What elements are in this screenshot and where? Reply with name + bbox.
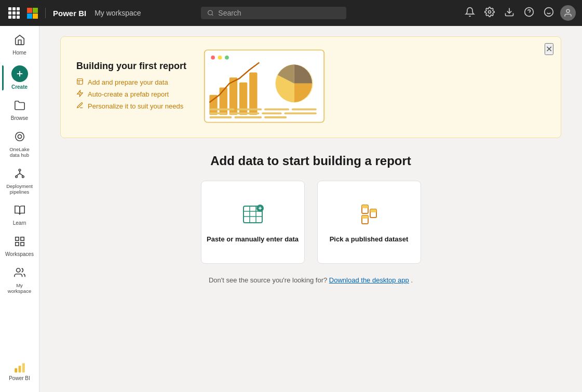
sidebar-label-home: Home [12, 50, 26, 56]
search-icon [207, 9, 214, 17]
help-icon[interactable] [521, 4, 537, 23]
search-box[interactable] [201, 7, 346, 19]
svg-rect-32 [77, 79, 83, 85]
nav-divider [45, 8, 46, 18]
svg-rect-45 [237, 109, 262, 111]
sidebar-label-workspaces: Workspaces [5, 251, 34, 258]
svg-rect-46 [264, 109, 289, 111]
banner-steps: Add and prepare your data Auto-create a … [76, 78, 186, 111]
download-app-link[interactable]: Download the desktop app [329, 276, 409, 284]
banner-visual [202, 47, 327, 127]
paste-data-icon [240, 202, 265, 229]
svg-rect-29 [15, 368, 17, 372]
step3-icon [76, 102, 84, 111]
sidebar-label-deployment: Deploymentpipelines [6, 183, 33, 195]
svg-rect-3 [33, 13, 38, 19]
svg-rect-26 [15, 242, 18, 245]
powerbi-icon [13, 360, 26, 375]
app-name: Power BI [53, 9, 86, 18]
topnav: Power BI My workspace [0, 0, 582, 26]
svg-rect-39 [220, 87, 227, 115]
svg-rect-1 [33, 8, 38, 13]
download-icon[interactable] [501, 4, 518, 23]
paste-data-label: Paste or manually enter data [207, 235, 299, 243]
step1-icon [76, 78, 84, 87]
topnav-left: Power BI My workspace [6, 5, 141, 21]
svg-point-19 [15, 175, 17, 178]
sidebar-item-home[interactable]: Home [2, 30, 37, 60]
sidebar-label-onelake: OneLakedata hub [9, 146, 30, 158]
svg-point-10 [545, 7, 553, 16]
svg-rect-54 [264, 116, 287, 118]
svg-point-20 [22, 175, 24, 178]
data-cards: Paste or manually enter data [60, 181, 561, 264]
main-layout: Home Create Browse OneLakedata hub Deplo [0, 26, 582, 392]
sidebar-item-powerbi[interactable]: Power BI [2, 356, 37, 386]
svg-point-6 [489, 10, 491, 13]
svg-line-23 [20, 173, 23, 176]
svg-point-13 [566, 9, 570, 12]
step2-icon [76, 90, 84, 99]
workspaces-icon [14, 236, 25, 250]
home-icon [14, 34, 25, 48]
add-data-section: Add data to start building a report [60, 154, 561, 284]
svg-rect-27 [20, 242, 23, 245]
topnav-icons [462, 4, 576, 23]
sidebar-label-browse: Browse [11, 115, 28, 121]
svg-marker-33 [77, 90, 83, 97]
svg-point-36 [218, 56, 222, 60]
banner-step-3: Personalize it to suit your needs [76, 102, 186, 111]
create-icon [11, 65, 28, 82]
main-content: Building your first report Add and prepa… [39, 26, 582, 392]
notifications-icon[interactable] [462, 4, 478, 23]
svg-rect-44 [209, 109, 234, 111]
svg-point-4 [208, 10, 213, 15]
sidebar-item-workspaces[interactable]: Workspaces [2, 232, 37, 262]
sidebar-label-create: Create [11, 84, 28, 90]
svg-point-37 [225, 56, 229, 60]
myworkspace-icon [14, 267, 25, 281]
svg-rect-0 [27, 8, 32, 13]
sidebar-item-deployment[interactable]: Deploymentpipelines [2, 164, 37, 199]
banner-close-button[interactable]: ✕ [545, 43, 553, 55]
svg-rect-66 [370, 209, 376, 212]
svg-rect-50 [262, 112, 281, 114]
svg-rect-51 [284, 112, 316, 114]
workspace-name: My workspace [94, 9, 141, 17]
dataset-label: Pick a published dataset [330, 235, 409, 243]
svg-rect-30 [18, 366, 21, 372]
sidebar-item-browse[interactable]: Browse [2, 96, 37, 126]
feedback-icon[interactable] [540, 4, 557, 23]
svg-rect-48 [209, 112, 227, 114]
sidebar-label-myworkspace: Myworkspace [8, 282, 31, 294]
svg-point-35 [211, 56, 215, 60]
search-input[interactable] [218, 9, 340, 17]
chart-illustration [202, 47, 327, 125]
svg-point-17 [18, 134, 21, 138]
svg-rect-2 [27, 13, 32, 19]
sidebar-label-powerbi: Power BI [9, 375, 30, 382]
banner-title: Building your first report [76, 61, 186, 72]
sidebar-label-learn: Learn [13, 220, 26, 226]
banner: Building your first report Add and prepa… [60, 36, 561, 138]
svg-rect-53 [234, 116, 262, 118]
sidebar-bottom: Power BI [2, 356, 37, 392]
sidebar-item-myworkspace[interactable]: Myworkspace [2, 263, 37, 299]
svg-rect-68 [362, 215, 368, 219]
svg-line-5 [212, 14, 213, 15]
svg-rect-24 [15, 237, 18, 240]
user-avatar[interactable] [560, 5, 576, 21]
microsoft-logo[interactable] [27, 8, 38, 19]
paste-data-card[interactable]: Paste or manually enter data [201, 181, 305, 264]
sidebar-item-onelake[interactable]: OneLakedata hub [2, 127, 37, 163]
sidebar: Home Create Browse OneLakedata hub Deplo [0, 26, 39, 392]
svg-rect-31 [22, 363, 24, 373]
onelake-icon [14, 131, 25, 145]
svg-rect-49 [229, 112, 260, 114]
sidebar-item-create[interactable]: Create [2, 61, 37, 94]
waffle-menu[interactable] [6, 5, 22, 21]
sidebar-item-learn[interactable]: Learn [2, 200, 37, 231]
banner-step-1: Add and prepare your data [76, 78, 186, 87]
published-dataset-card[interactable]: Pick a published dataset [317, 181, 421, 264]
settings-icon[interactable] [481, 4, 498, 23]
